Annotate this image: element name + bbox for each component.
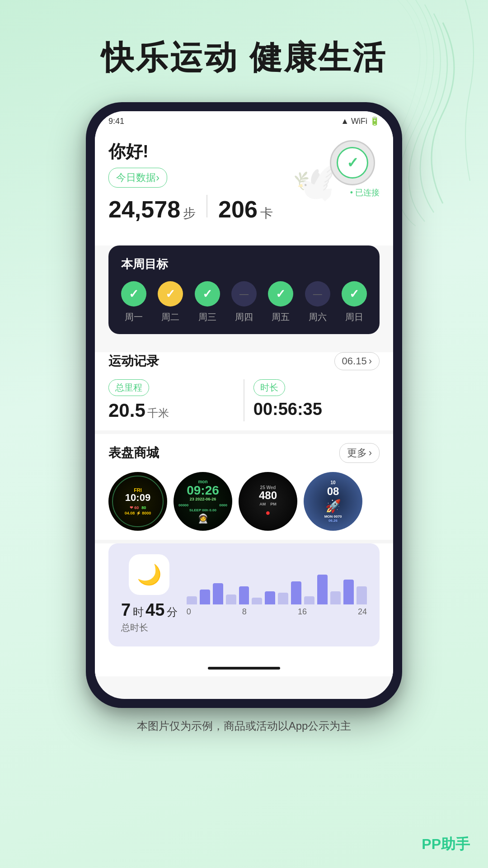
bar-11 xyxy=(317,575,328,604)
phone-mockup: 9:41 ▲ WiFi 🔋 🕊️ 你好! 今日数据 xyxy=(86,102,402,708)
sleep-hours: 7 xyxy=(121,600,131,619)
wf4-time-main: 08 xyxy=(327,485,339,498)
duration-tag: 时长 xyxy=(253,379,285,396)
bar-5 xyxy=(239,586,249,604)
phone-screen: 9:41 ▲ WiFi 🔋 🕊️ 你好! 今日数据 xyxy=(95,111,393,699)
duration-stat: 时长 00:56:35 xyxy=(253,379,380,421)
wf2-s1: 00000 xyxy=(178,503,188,507)
exercise-date: 06.15 xyxy=(342,355,367,367)
connected-label: 已连接 xyxy=(330,187,380,198)
bar-10 xyxy=(304,596,314,604)
day-label-sun: 周日 xyxy=(345,311,363,323)
day-circle-mon: ✓ xyxy=(121,281,146,307)
moon-icon: 🌙 xyxy=(137,563,162,586)
watch-icon-container: ✓ 已连接 xyxy=(330,140,380,199)
day-circle-wed: ✓ xyxy=(195,281,220,307)
day-label-fri: 周五 xyxy=(272,311,290,323)
wf1-content: FRI 10:09 ❤ 60 80 04.08 ⚡ 8000 xyxy=(108,472,167,531)
home-indicator xyxy=(95,660,393,676)
check-mon: ✓ xyxy=(129,287,139,301)
day-label-sat: 周六 xyxy=(309,311,327,323)
status-bar: 9:41 ▲ WiFi 🔋 xyxy=(95,111,393,131)
sleep-minutes-unit: 分 xyxy=(167,606,178,618)
more-button[interactable]: 更多 › xyxy=(339,443,380,463)
day-circle-sat: — xyxy=(305,281,330,307)
watch-faces-row: FRI 10:09 ❤ 60 80 04.08 ⚡ 8000 mon xyxy=(108,472,380,531)
exercise-section: 运动记录 06.15 › 总里程 20.5 千米 xyxy=(95,352,393,430)
watch-face-3[interactable]: 25 Wed 480 AM PM ● xyxy=(239,472,297,531)
more-label: 更多 xyxy=(347,446,367,460)
weekly-section: 本周目标 ✓ 周一 ✓ xyxy=(95,245,393,352)
sleep-card: 🌙 7 时 45 分 总时长 xyxy=(108,543,380,646)
distance-unit: 千米 xyxy=(147,407,169,419)
day-item-sat: — 周六 xyxy=(305,281,330,323)
wf3-pm: PM xyxy=(270,502,277,506)
pp-logo: PP助手 xyxy=(422,835,470,854)
day-label-wed: 周三 xyxy=(198,311,216,323)
check-sun: ✓ xyxy=(349,287,359,301)
wf4-mon-label: MON 0070 xyxy=(324,514,342,519)
date-badge-button[interactable]: 06.15 › xyxy=(334,352,380,370)
exercise-header: 运动记录 06.15 › xyxy=(108,352,380,370)
distance-value-row: 20.5 千米 xyxy=(108,400,235,421)
check-tue: ✓ xyxy=(165,287,175,301)
bar-6 xyxy=(252,598,262,604)
bar-8 xyxy=(278,593,288,604)
wf3-time: 480 xyxy=(259,490,277,501)
minus-sat: — xyxy=(313,289,322,299)
distance-value: 20.5 xyxy=(108,400,145,421)
weekly-title: 本周目标 xyxy=(121,256,367,272)
duration-value: 00:56:35 xyxy=(253,400,322,419)
footer-text: 本图片仅为示例，商品或活动以App公示为主 xyxy=(0,719,488,733)
wf2-stats: 00000 0000 xyxy=(178,503,227,507)
day-circle-fri: ✓ xyxy=(268,281,293,307)
chart-label-0: 0 xyxy=(187,607,191,617)
watch-market-header: 表盘商城 更多 › xyxy=(108,443,380,463)
wf4-content: 10 08 🚀 MON 0070 06.26 xyxy=(304,472,362,531)
day-item-wed: ✓ 周三 xyxy=(195,281,220,323)
steps-value: 24,578 xyxy=(108,196,180,223)
day-label-thu: 周四 xyxy=(235,311,253,323)
day-item-sun: ✓ 周日 xyxy=(342,281,367,323)
phone-frame: 9:41 ▲ WiFi 🔋 🕊️ 你好! 今日数据 xyxy=(86,102,402,708)
day-circle-sun: ✓ xyxy=(342,281,367,307)
wf3-am: AM xyxy=(259,502,266,506)
sleep-section: 🌙 7 时 45 分 总时长 xyxy=(95,540,393,660)
steps-unit: 步 xyxy=(183,205,196,222)
sleep-icon: 🌙 xyxy=(129,554,169,595)
chart-labels: 0 8 16 24 xyxy=(187,607,367,617)
day-item-mon: ✓ 周一 xyxy=(121,281,146,323)
watch-market-title: 表盘商城 xyxy=(108,444,159,462)
watch-face-2[interactable]: mon 09:26 23 2022-06-26 00000 0000 SLEEP… xyxy=(174,472,232,531)
sleep-total-label: 总时长 xyxy=(121,622,178,634)
day-item-tue: ✓ 周二 xyxy=(158,281,183,323)
chart-label-8: 8 xyxy=(242,607,247,617)
bar-13 xyxy=(343,580,354,604)
more-chevron-icon: › xyxy=(369,447,372,459)
wf4-date-sub: 06.26 xyxy=(328,519,338,523)
days-row: ✓ 周一 ✓ 周二 xyxy=(121,281,367,323)
today-data-button[interactable]: 今日数据 xyxy=(108,168,167,188)
watch-inner: ✓ xyxy=(337,147,368,179)
weekly-card: 本周目标 ✓ 周一 ✓ xyxy=(108,245,380,334)
bar-3 xyxy=(213,583,223,604)
app-main-content: 🕊️ 你好! 今日数据 ✓ 已连接 xyxy=(95,131,393,245)
exercise-title: 运动记录 xyxy=(108,353,159,370)
watch-market-section: 表盘商城 更多 › FRI 10:09 xyxy=(95,430,393,540)
sleep-chart: 0 8 16 24 xyxy=(187,571,367,617)
watch-face-4[interactable]: 10 08 🚀 MON 0070 06.26 xyxy=(304,472,362,531)
wf2-sleep: SLEEP 00h 0.00 xyxy=(189,508,216,512)
watch-face-1[interactable]: FRI 10:09 ❤ 60 80 04.08 ⚡ 8000 xyxy=(108,472,167,531)
check-wed: ✓ xyxy=(202,287,212,301)
hero-title: 快乐运动 健康生活 xyxy=(0,0,488,80)
greeting-section: 🕊️ 你好! 今日数据 ✓ 已连接 xyxy=(108,140,380,188)
calories-value: 206 xyxy=(218,196,258,223)
day-item-thu: — 周四 xyxy=(231,281,257,323)
wf2-content: mon 09:26 23 2022-06-26 00000 0000 SLEEP… xyxy=(174,472,232,531)
wf4-rocket: 🚀 xyxy=(325,499,341,514)
duration-value-row: 00:56:35 xyxy=(253,400,380,419)
exercise-divider xyxy=(244,379,244,421)
time-display: 9:41 xyxy=(108,117,124,126)
day-circle-thu: — xyxy=(231,281,257,307)
home-bar xyxy=(208,667,280,670)
